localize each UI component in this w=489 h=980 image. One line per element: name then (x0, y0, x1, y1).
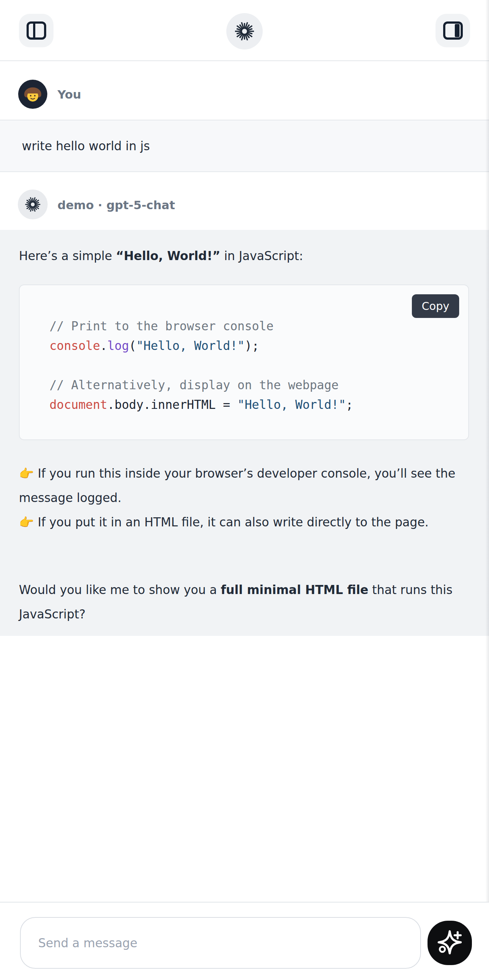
model-logo-badge (226, 13, 263, 49)
assistant-message: Here’s a simple “Hello, World!” in JavaS… (0, 230, 489, 636)
top-bar (0, 0, 489, 61)
composer-bar (0, 902, 489, 980)
code-block: Copy // Print to the browser consolecons… (19, 285, 469, 440)
starburst-icon (234, 21, 255, 42)
starburst-icon (24, 196, 41, 213)
sidebar-toggle-button[interactable] (19, 14, 54, 47)
scroll-gutter (485, 0, 489, 902)
person-emoji-avatar (22, 84, 43, 105)
panel-toggle-button[interactable] (435, 14, 470, 47)
chat-screen: You write hello world in js demo · gpt-5… (0, 0, 489, 980)
sparkle-plus-icon (435, 928, 465, 958)
code-content: // Print to the browser consoleconsole.l… (49, 317, 353, 415)
assistant-tips: 👉 If you run this inside your browser’s … (19, 461, 471, 535)
panel-right-icon (443, 21, 463, 40)
assistant-intro-text: Here’s a simple “Hello, World!” in JavaS… (19, 247, 471, 266)
assistant-model-label: demo · gpt-5-chat (57, 198, 175, 212)
panel-left-icon (26, 21, 46, 40)
assistant-avatar (18, 189, 48, 220)
user-row-label: You (57, 88, 81, 102)
user-message-text: write hello world in js (22, 139, 150, 153)
user-message: write hello world in js (0, 120, 489, 172)
message-input[interactable] (20, 917, 421, 969)
assistant-question-text: Would you like me to show you a full min… (19, 578, 471, 627)
copy-button[interactable]: Copy (412, 294, 459, 318)
send-button[interactable] (427, 921, 472, 965)
user-avatar (18, 80, 47, 109)
